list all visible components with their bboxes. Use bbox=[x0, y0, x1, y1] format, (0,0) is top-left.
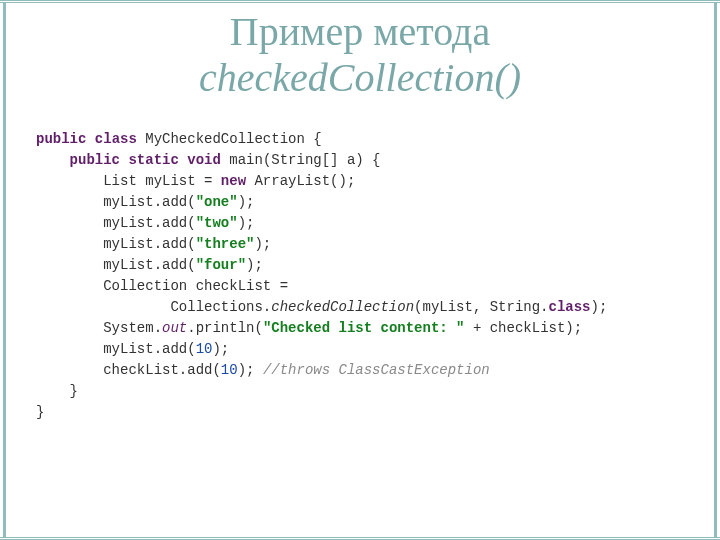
number-10: 10 bbox=[221, 362, 238, 378]
collections-call-b: (myList, String. bbox=[414, 299, 548, 315]
title-line-1: Пример метода bbox=[0, 9, 720, 55]
println-a: .println( bbox=[187, 320, 263, 336]
code-block: public class MyCheckedCollection { publi… bbox=[36, 129, 720, 423]
addnum2-a: checkList.add( bbox=[103, 362, 221, 378]
add-call: myList.add( bbox=[103, 194, 195, 210]
title-line-2: checkedCollection() bbox=[0, 55, 720, 101]
comment-exception: //throws ClassCastException bbox=[263, 362, 490, 378]
list-decl-b: ArrayList(); bbox=[246, 173, 355, 189]
keyword-public: public bbox=[36, 131, 86, 147]
keyword-void: void bbox=[187, 152, 221, 168]
string-checked: "Checked list content: " bbox=[263, 320, 465, 336]
keyword-class: class bbox=[95, 131, 137, 147]
class-name: MyCheckedCollection bbox=[145, 131, 305, 147]
addnum2-b: ); bbox=[238, 362, 263, 378]
close-paren: ); bbox=[246, 257, 263, 273]
collections-call-c: ); bbox=[591, 299, 608, 315]
collection-decl: Collection checkList = bbox=[103, 278, 288, 294]
list-decl-a: List myList = bbox=[103, 173, 221, 189]
slide-title: Пример метода checkedCollection() bbox=[0, 9, 720, 101]
brace-close: } bbox=[70, 383, 78, 399]
keyword-new: new bbox=[221, 173, 246, 189]
main-signature: main(String[] a) { bbox=[229, 152, 380, 168]
system-a: System. bbox=[103, 320, 162, 336]
string-four: "four" bbox=[196, 257, 246, 273]
add-call: myList.add( bbox=[103, 215, 195, 231]
close-paren: ); bbox=[254, 236, 271, 252]
close-paren: ); bbox=[238, 194, 255, 210]
keyword-class-ref: class bbox=[549, 299, 591, 315]
add-call: myList.add( bbox=[103, 236, 195, 252]
addnum1-a: myList.add( bbox=[103, 341, 195, 357]
method-checkedcollection: checkedCollection bbox=[271, 299, 414, 315]
add-call: myList.add( bbox=[103, 257, 195, 273]
number-10: 10 bbox=[196, 341, 213, 357]
string-one: "one" bbox=[196, 194, 238, 210]
keyword-static: static bbox=[128, 152, 178, 168]
string-three: "three" bbox=[196, 236, 255, 252]
println-b: + checkList); bbox=[465, 320, 583, 336]
close-paren: ); bbox=[238, 215, 255, 231]
addnum1-b: ); bbox=[212, 341, 229, 357]
keyword-public: public bbox=[70, 152, 120, 168]
slide: Пример метода checkedCollection() public… bbox=[0, 0, 720, 540]
collections-call-a: Collections. bbox=[170, 299, 271, 315]
field-out: out bbox=[162, 320, 187, 336]
brace-close: } bbox=[36, 404, 44, 420]
string-two: "two" bbox=[196, 215, 238, 231]
